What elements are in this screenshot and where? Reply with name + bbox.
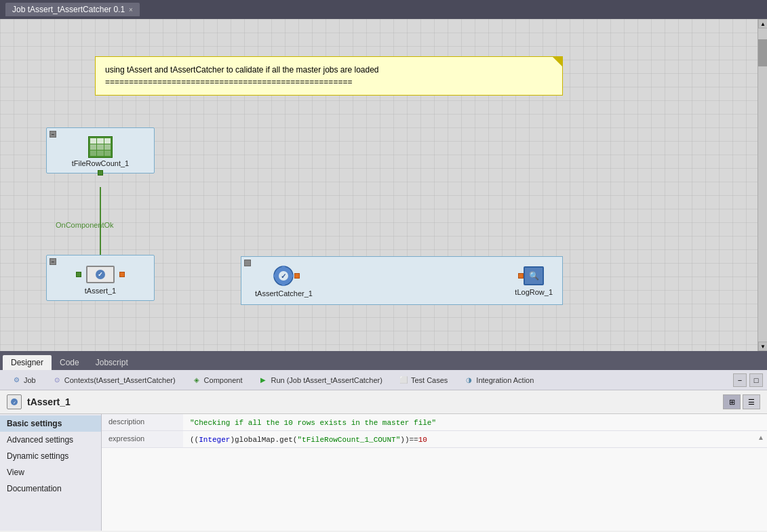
panel: ⚙ Job ⊙ Contexts(tAssert_tAssertCatcher)… — [0, 370, 767, 531]
canvas-scrollbar[interactable]: ▲ ▼ — [758, 19, 767, 351]
tab-title: Job tAssert_tAssertCatcher 0.1 — [12, 5, 125, 14]
panel-tab-run-label: Run (Job tAssert_tAssertCatcher) — [271, 376, 382, 384]
note-text-line2: ========================================… — [105, 76, 553, 88]
view-toggle-list-btn[interactable]: ☰ — [743, 394, 760, 409]
expression-label: expression — [102, 431, 183, 448]
view-toggle: ⊞ ☰ — [723, 394, 760, 409]
tfilerowcount-label: tFileRowCount_1 — [72, 159, 129, 167]
tab-designer[interactable]: Designer — [3, 355, 52, 370]
contexts-icon: ⊙ — [52, 375, 62, 385]
scrollbar-thumb[interactable] — [758, 39, 767, 66]
tassert-icon: ✓ — [80, 264, 121, 285]
bottom-tabs-bar: Designer Code Jobscript — [0, 351, 767, 370]
tfilerowcount-icon — [88, 136, 113, 158]
expression-key: "tFileRowCount_1_COUNT" — [297, 436, 400, 444]
svg-rect-4 — [282, 266, 285, 269]
description-label: description — [102, 414, 183, 431]
tlogrow-port-left — [518, 273, 524, 279]
tab-code[interactable]: Code — [52, 355, 87, 370]
settings-row-description: description "Checking if all the 10 rows… — [102, 414, 767, 431]
component-title-text: tAssert_1 — [27, 396, 71, 407]
tassert-port-left — [76, 272, 81, 277]
run-icon: ▶ — [258, 375, 268, 385]
settings-content: description "Checking if all the 10 rows… — [102, 414, 767, 531]
panel-minimize-btn[interactable]: − — [733, 373, 747, 387]
scrollbar-up[interactable]: ▲ — [758, 19, 767, 28]
panel-toolbar-right: − □ — [733, 373, 763, 387]
expression-number: 10 — [418, 436, 427, 444]
settings-item-dynamic[interactable]: Dynamic settings — [0, 448, 101, 464]
svg-rect-5 — [282, 283, 285, 286]
panel-tab-job[interactable]: ⚙ Job — [4, 373, 43, 388]
minimize-tassert[interactable]: − — [50, 258, 56, 265]
description-string: "Checking if all the 10 rows exists in t… — [190, 419, 436, 427]
scrollbar-down[interactable]: ▼ — [758, 342, 767, 351]
panel-tab-integration-label: Integration Action — [476, 376, 534, 384]
description-field-value: "Checking if all the 10 rows exists in t… — [190, 419, 436, 427]
active-tab[interactable]: Job tAssert_tAssertCatcher 0.1 × — [5, 3, 140, 16]
tlogrow-label: tLogRow_1 — [515, 288, 553, 296]
tlogrow-icon: 🔍 — [522, 265, 546, 287]
component-title-icon: ✓ — [7, 394, 22, 409]
settings-sidebar: Basic settings Advanced settings Dynamic… — [0, 414, 102, 531]
expression-value[interactable]: ((Integer)globalMap.get("tFileRowCount_1… — [183, 431, 767, 448]
settings-row-expression: expression ((Integer)globalMap.get("tFil… — [102, 431, 767, 448]
panel-tab-component[interactable]: ◈ Component — [184, 373, 250, 388]
panel-tab-component-label: Component — [204, 376, 243, 384]
component-tassert[interactable]: − ✓ tAssert_1 — [46, 255, 155, 301]
settings-panel: Basic settings Advanced settings Dynamic… — [0, 414, 767, 531]
settings-table: description "Checking if all the 10 rows… — [102, 414, 767, 448]
svg-rect-6 — [273, 274, 277, 277]
tfilerowcount-icon-area: tFileRowCount_1 — [52, 134, 149, 167]
minimize-tfilerowcount[interactable]: − — [50, 131, 56, 138]
minimize-group[interactable] — [244, 260, 251, 266]
expression-part2: )globalMap.get( — [230, 436, 297, 444]
panel-toolbar: ⚙ Job ⊙ Contexts(tAssert_tAssertCatcher)… — [0, 370, 767, 390]
tab-jobscript[interactable]: Jobscript — [87, 355, 136, 370]
panel-maximize-btn[interactable]: □ — [749, 373, 763, 387]
tlogrow-area[interactable]: 🔍 tLogRow_1 — [515, 265, 553, 296]
note-box: using tAssert and tAssertCatcher to cali… — [95, 56, 563, 96]
settings-item-view[interactable]: View — [0, 464, 101, 480]
panel-tab-testcases[interactable]: ⬜ Test Cases — [391, 373, 455, 388]
tassertcatcher-port-right — [294, 273, 300, 279]
tfilerowcount-port-bottom — [98, 170, 103, 176]
panel-tab-contexts-label: Contexts(tAssert_tAssertCatcher) — [64, 376, 176, 384]
tassertcatcher-icon: ✓ — [270, 264, 297, 288]
expression-part3: ))== — [400, 436, 418, 444]
view-toggle-grid-btn[interactable]: ⊞ — [723, 394, 741, 409]
svg-rect-7 — [290, 274, 294, 277]
component-tfilerowcount[interactable]: − tFileRowCount_1 — [46, 127, 155, 173]
note-text-line1: using tAssert and tAssertCatcher to cali… — [105, 64, 553, 76]
settings-item-basic[interactable]: Basic settings — [0, 415, 101, 432]
tassertcatcher-label: tAssertCatcher_1 — [255, 289, 313, 298]
job-icon: ⚙ — [12, 375, 21, 385]
settings-item-documentation[interactable]: Documentation — [0, 480, 101, 497]
scroll-arrow-up: ▲ — [758, 434, 764, 441]
title-bar: Job tAssert_tAssertCatcher 0.1 × — [0, 0, 767, 19]
panel-tab-job-label: Job — [24, 376, 36, 384]
panel-tab-testcases-label: Test Cases — [411, 376, 448, 384]
connection-label-oncomponentok: OnComponentOk — [56, 221, 114, 229]
tassertcatcher-area[interactable]: ✓ tAssertCatcher_1 — [255, 264, 313, 298]
panel-tab-contexts[interactable]: ⊙ Contexts(tAssert_tAssertCatcher) — [45, 373, 183, 388]
tassert-label: tAssert_1 — [85, 287, 116, 295]
expression-field-value: ((Integer)globalMap.get("tFileRowCount_1… — [190, 436, 427, 444]
close-tab-btn[interactable]: × — [129, 6, 133, 14]
description-value[interactable]: "Checking if all the 10 rows exists in t… — [183, 414, 767, 431]
component-icon: ◈ — [192, 375, 201, 385]
tassert-port-right — [119, 272, 125, 277]
component-title-row: ✓ tAssert_1 ⊞ ☰ — [0, 390, 767, 414]
testcases-icon: ⬜ — [399, 375, 408, 385]
tassert-icon-area: ✓ tAssert_1 — [52, 261, 149, 295]
component-group-row: ✓ tAssertCatcher_1 🔍 tLogRow_1 — [241, 256, 563, 305]
settings-item-advanced[interactable]: Advanced settings — [0, 432, 101, 448]
panel-tab-integration[interactable]: ◑ Integration Action — [456, 373, 541, 388]
integration-icon: ◑ — [464, 375, 473, 385]
expression-part1: (( — [190, 436, 199, 444]
expression-integer: Integer — [199, 436, 230, 444]
canvas: ▲ ▼ using tAssert and tAssertCatcher to … — [0, 19, 767, 351]
svg-text:✓: ✓ — [281, 272, 286, 280]
panel-tab-run[interactable]: ▶ Run (Job tAssert_tAssertCatcher) — [251, 373, 389, 388]
